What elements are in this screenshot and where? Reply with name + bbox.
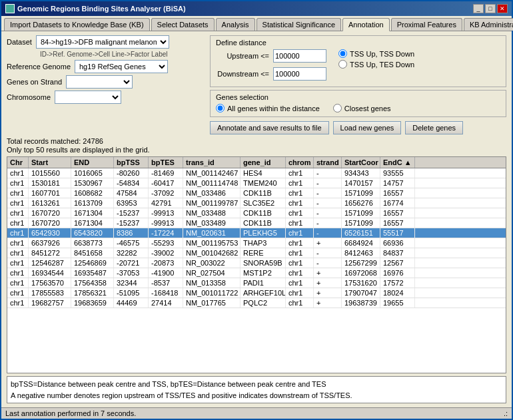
cell-gene: SNORA59B bbox=[241, 258, 286, 268]
cell-trans: NM_001114748 bbox=[183, 178, 241, 188]
table-row[interactable]: chr1 17855583 17856321 -51095 -168418 NM… bbox=[7, 288, 506, 298]
col-header-end: END bbox=[71, 157, 114, 168]
tab-kb-admin[interactable]: KB Administration bbox=[464, 18, 513, 31]
cell-end: 19683659 bbox=[71, 298, 114, 308]
delete-genes-button[interactable]: Delete genes bbox=[405, 121, 463, 134]
cell-bptss: 47584 bbox=[114, 188, 149, 198]
cell-strand: + bbox=[314, 288, 342, 298]
cell-endc: 16557 bbox=[380, 218, 415, 228]
cell-end: 6638773 bbox=[71, 238, 114, 248]
cell-chrom: chr1 bbox=[286, 288, 314, 298]
genes-selection-row: All genes within the distance Closest ge… bbox=[216, 104, 500, 112]
table-row[interactable]: chr1 1015560 1016065 -80260 -81469 NM_00… bbox=[7, 168, 506, 178]
status-bar: Last annotation performed in 7 seconds. … bbox=[1, 407, 512, 419]
cell-chr: chr1 bbox=[7, 178, 29, 188]
cell-bptss: -51095 bbox=[114, 288, 149, 298]
total-records-text: Total records matched: 24786 bbox=[7, 137, 506, 145]
cell-trans: NM_001142467 bbox=[183, 168, 241, 178]
table-row[interactable]: chr1 1607701 1608682 47584 -37092 NM_033… bbox=[7, 188, 506, 198]
grid-header: Chr Start END bpTSS bpTES trans_id gene_… bbox=[7, 157, 506, 168]
cell-gene: MST1P2 bbox=[241, 268, 286, 278]
tab-annotation[interactable]: Annotation bbox=[342, 18, 390, 31]
cell-start: 1670720 bbox=[29, 218, 71, 228]
cell-bptes: 27414 bbox=[149, 298, 183, 308]
dataset-select[interactable]: 84->hg19->DFB malignant melanoma ce ▾ bbox=[36, 35, 169, 49]
tab-import[interactable]: Import Datasets to Knowledge Base (KB) bbox=[4, 18, 150, 31]
ref-genome-select[interactable]: hg19 RefSeq Genes bbox=[75, 60, 168, 73]
col-header-endc: EndC ▲ bbox=[380, 157, 415, 168]
table-row[interactable]: chr1 1670720 1671304 -15237 -99913 NM_03… bbox=[7, 208, 506, 218]
cell-chrom: chr1 bbox=[286, 168, 314, 178]
table-row[interactable]: chr1 1613261 1613709 63953 42791 NM_0011… bbox=[7, 198, 506, 208]
minimize-button[interactable]: _ bbox=[473, 4, 484, 13]
cell-strand: - bbox=[314, 188, 342, 198]
cell-startcoor: 1470157 bbox=[342, 178, 380, 188]
cell-end: 1016065 bbox=[71, 168, 114, 178]
main-window: Genomic Regions Binding Sites Analyser (… bbox=[0, 0, 513, 420]
downstream-row: Downstream <= bbox=[216, 67, 326, 81]
tab-select[interactable]: Select Datasets bbox=[151, 18, 215, 31]
cell-endc: 14757 bbox=[380, 178, 415, 188]
cell-strand: - bbox=[314, 178, 342, 188]
close-button[interactable]: ✕ bbox=[497, 4, 508, 13]
cell-strand: - bbox=[314, 228, 342, 238]
col-header-start: Start bbox=[29, 157, 71, 168]
define-distance-box: Define distance Upstream <= Downstream <… bbox=[210, 35, 506, 87]
cell-bptes: -41900 bbox=[149, 268, 183, 278]
genes-on-strand-row: Genes on Strand bbox=[7, 75, 203, 89]
cell-bptss: -80260 bbox=[114, 168, 149, 178]
cell-end: 1671304 bbox=[71, 208, 114, 218]
upstream-input[interactable] bbox=[273, 49, 326, 63]
cell-end: 1530967 bbox=[71, 178, 114, 188]
table-row[interactable]: chr1 6542930 6543820 8386 -17224 NM_0206… bbox=[7, 228, 506, 238]
downstream-input[interactable] bbox=[273, 67, 326, 81]
radio-closest[interactable] bbox=[333, 104, 342, 112]
radio-tss-up-tes[interactable] bbox=[338, 60, 347, 69]
cell-chr: chr1 bbox=[7, 268, 29, 278]
cell-start: 8451272 bbox=[29, 248, 71, 258]
app-icon bbox=[5, 4, 15, 13]
cell-bptss: -15237 bbox=[114, 218, 149, 228]
table-row[interactable]: chr1 6637926 6638773 -46575 -55293 NM_00… bbox=[7, 238, 506, 248]
cell-gene: SLC35E2 bbox=[241, 198, 286, 208]
cell-startcoor: 1571099 bbox=[342, 218, 380, 228]
radio-tss-up-down[interactable] bbox=[338, 49, 347, 58]
table-row[interactable]: chr1 1670720 1671304 -15237 -99913 NM_03… bbox=[7, 218, 506, 228]
table-row[interactable]: chr1 19682757 19683659 44469 27414 NM_01… bbox=[7, 298, 506, 308]
cell-endc: 12567 bbox=[380, 258, 415, 268]
chromosome-select[interactable] bbox=[55, 91, 121, 104]
cell-startcoor: 6684924 bbox=[342, 238, 380, 248]
tab-stats[interactable]: Statistical Significance bbox=[256, 18, 341, 31]
cell-start: 17855583 bbox=[29, 288, 71, 298]
genes-on-strand-select[interactable] bbox=[66, 75, 133, 89]
col-header-chrom: chrom bbox=[286, 157, 314, 168]
right-col: Define distance Upstream <= Downstream <… bbox=[210, 35, 506, 134]
tab-analysis[interactable]: Analysis bbox=[216, 18, 255, 31]
radio-tss-up-down-row: TSS Up, TSS Down bbox=[338, 49, 414, 58]
table-row[interactable]: chr1 16934544 16935487 -37053 -41900 NR_… bbox=[7, 268, 506, 278]
cell-trans: NM_001042682 bbox=[183, 248, 241, 258]
cell-chr: chr1 bbox=[7, 288, 29, 298]
cell-bptss: 32282 bbox=[114, 248, 149, 258]
cell-strand: - bbox=[314, 248, 342, 258]
data-grid[interactable]: Chr Start END bpTSS bpTES trans_id gene_… bbox=[7, 156, 506, 373]
genes-on-strand-label: Genes on Strand bbox=[7, 78, 62, 86]
cell-bptes: -168418 bbox=[149, 288, 183, 298]
cell-trans: NM_033488 bbox=[183, 208, 241, 218]
status-indicator: .: bbox=[504, 409, 508, 417]
genes-selection-box: Genes selection All genes within the dis… bbox=[210, 90, 506, 117]
table-row[interactable]: chr1 17563570 17564358 32344 -8537 NM_01… bbox=[7, 278, 506, 288]
load-genes-button[interactable]: Load new genes bbox=[333, 121, 402, 134]
cell-bptes: -17224 bbox=[149, 228, 183, 238]
radio-all-genes[interactable] bbox=[216, 104, 225, 112]
cell-end: 17564358 bbox=[71, 278, 114, 288]
cell-start: 6542930 bbox=[29, 228, 71, 238]
table-row[interactable]: chr1 12546287 12546869 -20721 -20873 NR_… bbox=[7, 258, 506, 268]
table-row[interactable]: chr1 8451272 8451658 32282 -39002 NM_001… bbox=[7, 248, 506, 258]
cell-chr: chr1 bbox=[7, 248, 29, 258]
annotate-button[interactable]: Annotate and save results to file bbox=[210, 121, 329, 134]
maximize-button[interactable]: □ bbox=[485, 4, 496, 13]
table-row[interactable]: chr1 1530181 1530967 -54834 -60417 NM_00… bbox=[7, 178, 506, 188]
cell-trans: NM_001011722 bbox=[183, 288, 241, 298]
tab-proximal[interactable]: Proximal Features bbox=[391, 18, 462, 31]
